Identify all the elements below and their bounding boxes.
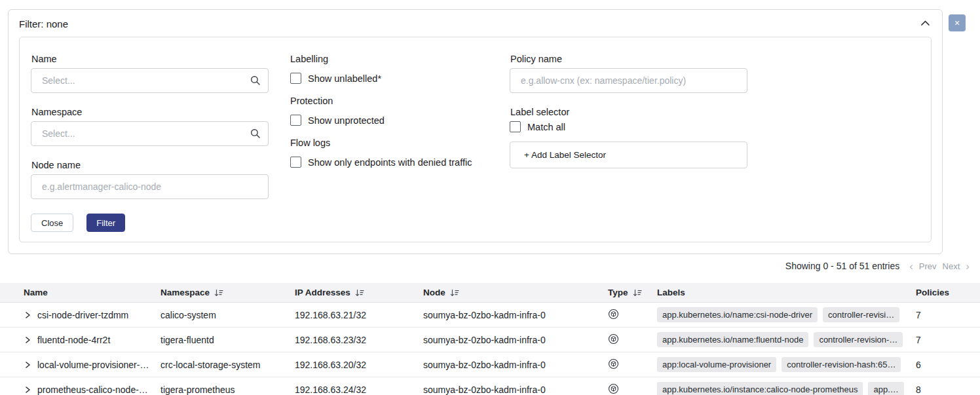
namespace-select [31, 121, 269, 146]
endpoint-name: local-volume-provisioner-… [37, 360, 149, 370]
filter-button[interactable]: Filter [86, 214, 125, 232]
name-label: Name [31, 54, 269, 64]
namespace-select-input[interactable] [31, 121, 269, 146]
table-row: csi-node-driver-tzdmm calico-system 192.… [0, 303, 980, 328]
node-name-input[interactable] [31, 174, 269, 199]
column-header-policies: Policies [916, 288, 980, 297]
column-header-type[interactable]: Type [608, 288, 657, 297]
show-unlabelled-label: Show unlabelled* [308, 73, 381, 84]
show-unlabelled-checkbox[interactable] [290, 73, 301, 84]
label-pill: controller-revision-hash:65… [782, 357, 901, 372]
sort-icon[interactable] [633, 289, 642, 297]
endpoints-table: Name Namespace IP Addresses Node [0, 283, 980, 395]
filter-column-right: Policy name Label selector Match all + A… [510, 54, 747, 168]
label-pill: app.kubernetes.io/instance:calico-node-p… [657, 382, 863, 395]
close-icon: × [954, 18, 960, 28]
filter-panel: Filter: none Name Namespace [8, 9, 943, 254]
match-all-row: Match all [510, 121, 747, 132]
prev-button[interactable]: Prev [919, 261, 937, 271]
endpoint-node: soumya-bz-0zbo-kadm-infra-0 [423, 310, 608, 320]
namespace-label: Namespace [31, 107, 269, 117]
label-selector-heading: Label selector [510, 107, 747, 117]
filter-column-middle: Labelling Show unlabelled* Protection Sh… [290, 54, 488, 170]
endpoint-ip: 192.168.63.20/32 [295, 360, 423, 370]
filter-column-left: Name Namespace Node name [31, 54, 269, 232]
pager: ‹ Prev Next › [909, 261, 970, 271]
name-select [31, 68, 269, 93]
sort-icon[interactable] [450, 289, 459, 297]
close-filter-panel-button[interactable]: × [949, 14, 966, 31]
label-pill: app:local-volume-provisioner [657, 357, 776, 372]
entries-count: Showing 0 - 51 of 51 entries [785, 261, 899, 271]
filter-actions: Close Filter [31, 214, 269, 232]
column-header-labels: Labels [657, 288, 916, 297]
expand-row-icon[interactable] [24, 311, 31, 319]
endpoint-policies-count: 6 [916, 360, 980, 370]
label-pill: controller-revision-… [814, 332, 903, 347]
show-unlabelled-row: Show unlabelled* [290, 73, 488, 84]
search-icon [250, 75, 261, 88]
labelling-heading: Labelling [290, 54, 488, 64]
denied-traffic-checkbox[interactable] [290, 157, 301, 168]
endpoint-node: soumya-bz-0zbo-kadm-infra-0 [423, 360, 608, 370]
endpoint-node: soumya-bz-0zbo-kadm-infra-0 [423, 385, 608, 395]
label-pill: app.kubernetes.io/name:csi-node-driver [657, 307, 818, 322]
endpoint-name: fluentd-node-4rr2t [37, 335, 110, 345]
pagination: Showing 0 - 51 of 51 entries ‹ Prev Next… [785, 261, 970, 271]
pod-icon [608, 333, 619, 347]
column-header-ip-addresses[interactable]: IP Addresses [295, 288, 423, 297]
endpoint-node: soumya-bz-0zbo-kadm-infra-0 [423, 335, 608, 345]
endpoints-page: Filter: none Name Namespace [0, 0, 980, 395]
denied-traffic-label: Show only endpoints with denied traffic [308, 157, 472, 168]
show-unprotected-label: Show unprotected [308, 115, 385, 126]
label-pill: app.kubernetes.io/name:fluentd-node [657, 332, 808, 347]
table-row: prometheus-calico-node-… tigera-promethe… [0, 377, 980, 395]
endpoint-ip: 192.168.63.21/32 [295, 310, 423, 320]
label-pill: controller-revisi… [823, 307, 899, 322]
close-button[interactable]: Close [31, 214, 73, 232]
prev-chevron-icon[interactable]: ‹ [909, 262, 913, 271]
policy-name-label: Policy name [510, 54, 747, 64]
endpoint-name: prometheus-calico-node-… [37, 385, 148, 395]
sort-icon[interactable] [355, 289, 364, 297]
collapse-filter-button[interactable] [920, 19, 930, 29]
show-unprotected-row: Show unprotected [290, 115, 488, 126]
table-header: Name Namespace IP Addresses Node [0, 283, 980, 303]
policy-name-input[interactable] [510, 68, 747, 93]
chevron-up-icon [920, 19, 930, 29]
column-header-namespace[interactable]: Namespace [160, 288, 295, 297]
table-row: local-volume-provisioner-… crc-local-sto… [0, 352, 980, 377]
expand-row-icon[interactable] [24, 386, 31, 394]
pod-icon [608, 358, 619, 371]
endpoint-policies-count: 7 [916, 335, 980, 345]
column-header-node[interactable]: Node [423, 288, 608, 297]
endpoint-namespace: calico-system [160, 310, 295, 320]
endpoint-ip: 192.168.63.24/32 [295, 385, 423, 395]
node-name-field [31, 174, 269, 199]
endpoint-namespace: crc-local-storage-system [160, 360, 295, 370]
column-header-name: Name [24, 288, 160, 297]
next-chevron-icon[interactable]: › [966, 262, 970, 271]
node-name-label: Node name [31, 160, 269, 170]
denied-traffic-row: Show only endpoints with denied traffic [290, 157, 488, 168]
label-pill: app.… [868, 382, 903, 395]
flow-logs-heading: Flow logs [290, 138, 488, 148]
endpoint-namespace: tigera-prometheus [160, 385, 295, 395]
expand-row-icon[interactable] [24, 336, 31, 344]
protection-heading: Protection [290, 96, 488, 106]
endpoint-policies-count: 7 [916, 310, 980, 320]
filter-title: Filter: none [19, 18, 68, 29]
add-label-selector-button[interactable]: + Add Label Selector [510, 141, 747, 168]
show-unprotected-checkbox[interactable] [290, 115, 301, 126]
match-all-checkbox[interactable] [510, 121, 521, 132]
next-button[interactable]: Next [943, 261, 960, 271]
name-select-input[interactable] [31, 68, 269, 93]
endpoint-namespace: tigera-fluentd [160, 335, 295, 345]
expand-row-icon[interactable] [24, 361, 31, 369]
endpoint-policies-count: 8 [916, 385, 980, 395]
pod-icon [608, 383, 619, 395]
policy-name-field [510, 68, 747, 93]
filter-panel-header: Filter: none [9, 10, 942, 29]
pod-icon [608, 309, 619, 322]
sort-icon[interactable] [214, 289, 223, 297]
